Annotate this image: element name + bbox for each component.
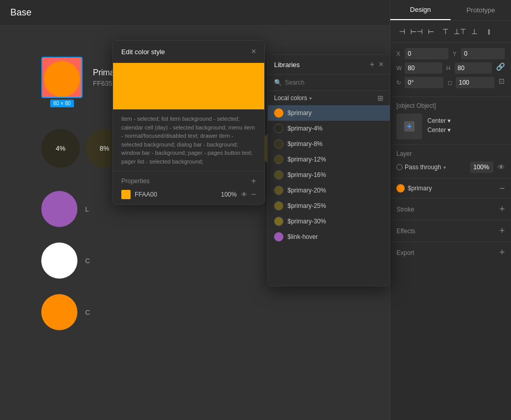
tab-prototype[interactable]: Prototype <box>451 0 511 20</box>
export-add-btn[interactable]: + <box>499 247 505 258</box>
lib-color-name-link-hover: $link-hover <box>288 233 318 240</box>
circle-white-item: C <box>41 243 90 279</box>
vertical-constraint-arrow: ▾ <box>448 126 451 134</box>
lib-color-link-hover[interactable]: $link-hover <box>268 229 390 245</box>
pct-swatch-4[interactable]: 4% <box>41 129 80 168</box>
align-right-btn[interactable]: ⊢ <box>425 26 437 37</box>
align-center-v-btn[interactable]: ⊥⊤ <box>454 26 466 37</box>
right-panel: Design Prototype ⊣ ⊢⊣ ⊢ ⊤ ⊥⊤ ⊥ ⫿ X Y W <box>390 0 511 420</box>
fill-remove-btn[interactable]: − <box>499 184 505 193</box>
lib-color-name-25: $primary-25% <box>288 202 326 209</box>
export-section: Export + <box>390 242 511 263</box>
effects-section: Effects + <box>390 220 511 242</box>
effects-add-btn[interactable]: + <box>499 225 505 236</box>
page-title: Base <box>10 7 31 18</box>
coords-section: X Y W H 🔗 ↻ ◻ <box>390 43 511 97</box>
lib-color-dot-16 <box>274 170 283 180</box>
corner-lock-icon[interactable]: ⊡ <box>499 77 505 88</box>
lib-color-25[interactable]: $primary-25% <box>268 198 390 214</box>
fill-row: $primary − <box>396 184 505 193</box>
modal-title: Edit color style <box>121 48 165 56</box>
y-input[interactable] <box>461 48 505 59</box>
constraint-selects: Center ▾ Center ▾ <box>427 117 505 136</box>
opacity-input[interactable] <box>470 161 493 173</box>
align-tools: ⊣ ⊢⊣ ⊢ ⊤ ⊥⊤ ⊥ ⫿ <box>390 21 511 43</box>
properties-section: Properties + FFAA00 100% 👁 − <box>113 171 264 204</box>
lib-grid-btn[interactable]: ⊞ <box>377 94 384 102</box>
circle-orange-info: C <box>85 309 90 316</box>
circle-white-label: C <box>85 257 90 265</box>
lib-color-30[interactable]: $primary-30% <box>268 214 390 229</box>
fill-dot[interactable] <box>396 184 405 192</box>
horizontal-constraint-btn[interactable]: Center ▾ <box>427 117 451 124</box>
prop-eye-icon[interactable]: 👁 <box>241 191 247 198</box>
lib-header: Libraries + × <box>268 55 390 75</box>
align-left-btn[interactable]: ⊣ <box>396 26 408 37</box>
circle-orange-item: C <box>41 294 90 330</box>
circle-purple-label: L <box>85 205 89 213</box>
layer-row: Pass through ▾ 👁 <box>396 161 505 173</box>
vertical-constraint-btn[interactable]: Center ▾ <box>427 126 451 134</box>
rotation-input[interactable] <box>405 77 443 88</box>
corner-input[interactable] <box>456 77 494 88</box>
lib-color-dot-primary <box>274 108 283 118</box>
lib-add-btn[interactable]: + <box>370 60 374 69</box>
align-center-h-btn[interactable]: ⊢⊣ <box>411 26 422 37</box>
h-field: H <box>446 62 492 74</box>
x-input[interactable] <box>405 48 449 59</box>
align-bottom-btn[interactable]: ⊥ <box>469 26 480 37</box>
lib-search-icon: 🔍 <box>274 79 282 86</box>
lib-color-dot-8 <box>274 139 283 149</box>
modal-close-btn[interactable]: × <box>251 47 256 56</box>
w-input[interactable] <box>405 62 442 74</box>
h-input[interactable] <box>455 62 492 74</box>
rotation-field: ↻ <box>396 77 443 88</box>
fill-color-swatch: $primary <box>396 184 432 192</box>
horizontal-constraint-arrow: ▾ <box>448 117 451 124</box>
vertical-constraint-row: Center ▾ <box>427 126 505 134</box>
props-add-btn[interactable]: + <box>251 176 256 186</box>
lock-icon[interactable]: 🔗 <box>496 62 505 74</box>
lib-color-primary[interactable]: $primary <box>268 105 390 121</box>
edit-color-modal: Edit color style × item - selected; list… <box>113 40 265 205</box>
lib-color-name-8: $primary-8% <box>288 140 323 148</box>
fill-section: $primary − <box>390 179 511 199</box>
lib-color-dot-20 <box>274 186 283 195</box>
horizontal-constraint-row: Center ▾ <box>427 117 505 124</box>
lib-search-input[interactable] <box>285 79 384 86</box>
lib-color-16[interactable]: $primary-16% <box>268 167 390 183</box>
lib-color-8[interactable]: $primary-8% <box>268 136 390 152</box>
lib-color-name-16: $primary-16% <box>288 171 326 179</box>
circle-orange[interactable] <box>41 294 77 330</box>
lib-search: 🔍 <box>268 75 390 91</box>
tab-design[interactable]: Design <box>390 0 451 20</box>
layer-eye-icon[interactable]: 👁 <box>498 163 505 171</box>
prop-color-swatch[interactable] <box>121 190 131 199</box>
color-preview-rect <box>113 63 264 109</box>
lib-color-name-30: $primary-30% <box>288 218 326 225</box>
circle-white[interactable] <box>41 243 77 279</box>
lib-color-12[interactable]: $primary-12% <box>268 152 390 167</box>
align-top-btn[interactable]: ⊤ <box>440 26 451 37</box>
lib-section-label[interactable]: Local colors ▾ <box>274 94 312 102</box>
circle-purple[interactable] <box>41 191 77 227</box>
stroke-section: Stroke + <box>390 199 511 220</box>
horizontal-constraint-label: Center <box>427 117 446 124</box>
stroke-add-btn[interactable]: + <box>499 204 505 215</box>
primary-swatch-box[interactable] <box>41 57 83 98</box>
lib-color-name-12: $primary-12% <box>288 156 326 163</box>
blend-mode-label[interactable]: Pass through <box>405 164 441 171</box>
lib-color-20[interactable]: $primary-20% <box>268 183 390 198</box>
color-desc-text: item - selected; list item background - … <box>113 109 264 171</box>
libraries-panel: Libraries + × 🔍 Local colors ▾ ⊞ $primar… <box>267 54 390 286</box>
layer-title: Layer <box>396 150 505 157</box>
w-label: W <box>396 65 403 71</box>
prop-remove-btn[interactable]: − <box>251 190 256 199</box>
distribute-btn[interactable]: ⫿ <box>483 26 494 37</box>
color-circles: L C C <box>41 191 90 346</box>
lib-color-4[interactable]: $primary-4% <box>268 121 390 136</box>
lib-colors-list: $primary $primary-4% $primary-8% $primar… <box>268 105 390 245</box>
panel-tabs: Design Prototype <box>390 0 511 21</box>
layer-section: Layer Pass through ▾ 👁 <box>390 145 511 179</box>
lib-close-btn[interactable]: × <box>379 60 384 69</box>
